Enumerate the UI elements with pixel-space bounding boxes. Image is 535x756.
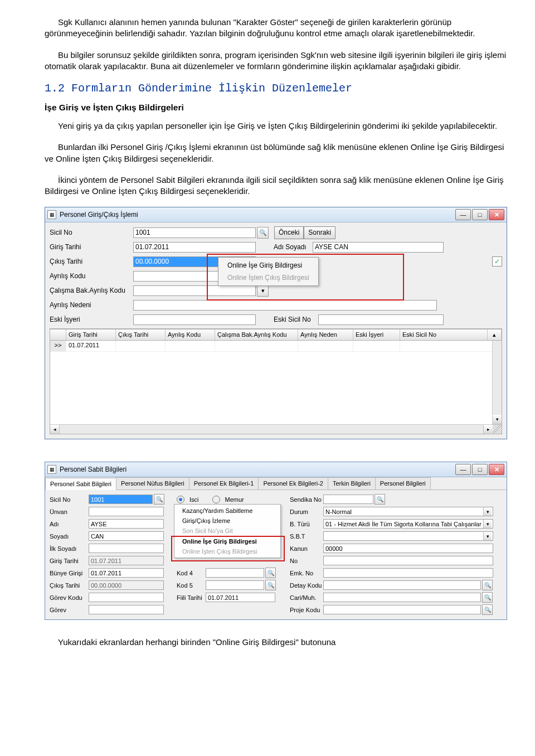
onceki-button[interactable]: Önceki bbox=[274, 226, 304, 239]
col-calisma-bak[interactable]: Çalışma Bak.Ayrılış Kodu bbox=[215, 329, 298, 340]
bunye-input[interactable] bbox=[89, 568, 164, 578]
col-cikis-tarihi[interactable]: Çıkış Tarihi bbox=[116, 329, 166, 340]
adi-soyadi-input[interactable] bbox=[313, 242, 444, 253]
proje-input[interactable] bbox=[323, 605, 481, 614]
bturu-combo[interactable]: 01 - Hizmet Akdi İle Tüm Sigorta Kolları… bbox=[323, 519, 493, 529]
label-calisma-bak: Çalışma Bak.Ayrılış Kodu bbox=[50, 287, 133, 294]
table-row[interactable]: >> 01.07.2011 bbox=[50, 341, 502, 352]
tab-ek2[interactable]: Personel Ek Bilgileri-2 bbox=[258, 477, 328, 490]
emk-input[interactable] bbox=[323, 568, 493, 578]
sendika-input[interactable] bbox=[323, 495, 373, 504]
label-sicil: Sicil No bbox=[50, 496, 89, 503]
label-sendika: Sendika No bbox=[290, 496, 323, 503]
sicil-input[interactable]: 1001 bbox=[89, 495, 153, 504]
gorev-input[interactable] bbox=[89, 605, 164, 614]
menu-online-ise-giris[interactable]: Online İşe Giriş Bildirgesi bbox=[174, 536, 280, 546]
col-ayrilis-neden[interactable]: Ayrılış Neden bbox=[298, 329, 353, 340]
col-giris-tarihi[interactable]: Giriş Tarihi bbox=[66, 329, 116, 340]
col-eski-sicil[interactable]: Eski Sicil No bbox=[400, 329, 488, 340]
ayrilis-nedeni-input[interactable] bbox=[133, 300, 437, 311]
lookup-button[interactable]: 🔍 bbox=[154, 494, 164, 505]
paragraph: Yukarıdaki ekranlardan herhangi birinden… bbox=[45, 637, 507, 648]
tab-personel[interactable]: Personel Bilgileri bbox=[375, 477, 431, 490]
label-gorev-kodu: Görev Kodu bbox=[50, 594, 89, 601]
label-bturu: B. Türü bbox=[290, 521, 323, 527]
col-ayrilis-kodu[interactable]: Ayrılış Kodu bbox=[166, 329, 215, 340]
kanun-input[interactable] bbox=[323, 544, 493, 553]
tab-terkin[interactable]: Terkin Bilgileri bbox=[328, 477, 376, 490]
soyadi-input[interactable] bbox=[89, 531, 164, 541]
checkbox[interactable]: ✓ bbox=[492, 256, 502, 266]
tab-sabit[interactable]: Personel Sabit Bilgileri bbox=[45, 478, 116, 490]
label-durum: Durum bbox=[290, 508, 323, 515]
paragraph: Bunlardan ilki Personel Giriş /Çıkış İşl… bbox=[45, 142, 507, 164]
label-kanun: Kanun bbox=[290, 545, 323, 552]
menu-son-sicil[interactable]: Son Sicil No'ya Git bbox=[174, 526, 280, 536]
lookup-button[interactable]: 🔍 bbox=[265, 580, 276, 590]
radio-memur[interactable] bbox=[212, 496, 220, 503]
minimize-button[interactable]: — bbox=[455, 464, 471, 475]
paragraph: Bu bilgiler sorunsuz şekilde girildikten… bbox=[45, 50, 507, 72]
kod4-input[interactable] bbox=[206, 568, 264, 578]
scroll-down-icon[interactable]: ▾ bbox=[493, 415, 502, 424]
radio-isci[interactable] bbox=[177, 496, 184, 503]
sbt-combo[interactable] bbox=[323, 531, 493, 541]
eski-sicil-input[interactable] bbox=[318, 314, 444, 325]
label-sicil-no: Sicil No bbox=[50, 229, 133, 236]
label-fiili: Fiili Tarihi bbox=[177, 594, 206, 601]
lookup-button[interactable]: 🔍 bbox=[265, 568, 276, 578]
label-adi-soyadi: Adı Soyadı bbox=[274, 243, 313, 251]
close-button[interactable]: ✕ bbox=[489, 209, 504, 220]
lookup-button[interactable]: 🔍 bbox=[482, 604, 493, 615]
gorev-kodu-input[interactable] bbox=[89, 593, 164, 602]
menu-giris-cikis-izleme[interactable]: Giriş/Çıkış İzleme bbox=[174, 516, 280, 526]
label-bunye: Bünye Girişi bbox=[50, 570, 89, 576]
no-input[interactable] bbox=[323, 556, 493, 565]
lookup-button[interactable]: 🔍 bbox=[374, 494, 385, 505]
kod5-input[interactable] bbox=[206, 580, 264, 590]
eski-isyeri-input[interactable] bbox=[133, 314, 256, 325]
label-proje: Proje Kodu bbox=[290, 607, 323, 613]
close-button[interactable]: ✕ bbox=[489, 464, 504, 475]
adi-input[interactable] bbox=[89, 519, 164, 529]
scroll-left-icon[interactable]: ◂ bbox=[50, 425, 60, 434]
menu-online-isten-cikis[interactable]: Online İşten Çıkış Bildirgesi bbox=[218, 272, 318, 284]
label-ilk-soyadi: İlk Soyadı bbox=[50, 545, 89, 552]
cari-input[interactable] bbox=[323, 593, 481, 602]
sonraki-button[interactable]: Sonraki bbox=[304, 226, 335, 239]
label-sbt: S.B.T bbox=[290, 533, 323, 540]
durum-combo[interactable]: N-Normal bbox=[323, 507, 493, 516]
lookup-button[interactable]: 🔍 bbox=[482, 592, 493, 603]
ilk-soyadi-input[interactable] bbox=[89, 544, 164, 553]
giris-tarihi-input[interactable] bbox=[133, 242, 256, 253]
menu-online-ise-giris[interactable]: Online İşe Giriş Bildirgesi bbox=[218, 259, 318, 272]
sicil-no-input[interactable] bbox=[133, 227, 256, 238]
vertical-scrollbar[interactable]: ▾ bbox=[492, 341, 502, 424]
label-unvan: Ünvan bbox=[50, 508, 89, 515]
label-emk: Emk. No bbox=[290, 570, 323, 576]
maximize-button[interactable]: □ bbox=[472, 464, 488, 475]
detay-input[interactable] bbox=[323, 580, 481, 590]
menu-kazanc[interactable]: Kazanç/Yardım Sabitleme bbox=[174, 506, 280, 516]
fiili-input[interactable] bbox=[206, 593, 275, 602]
lookup-button[interactable]: 🔍 bbox=[257, 227, 269, 239]
label-ayrilis-nedeni: Ayrılış Nedeni bbox=[50, 301, 133, 309]
tab-ek1[interactable]: Personel Ek Bilgileri-1 bbox=[189, 477, 259, 490]
unvan-input[interactable] bbox=[89, 507, 164, 516]
scroll-right-icon[interactable]: ▸ bbox=[483, 425, 493, 434]
label-no: No bbox=[290, 558, 323, 564]
tab-nufus[interactable]: Personel Nüfus Bilgileri bbox=[116, 477, 189, 490]
paragraph: Sgk Kullanıcı alanının hemen yanında bul… bbox=[45, 17, 507, 40]
size-grip[interactable] bbox=[493, 425, 502, 434]
cikis-input[interactable] bbox=[89, 580, 164, 590]
section-heading: 1.2 Formların Gönderimine İlişkin Düzenl… bbox=[45, 82, 507, 95]
giris-input[interactable] bbox=[89, 556, 164, 565]
label-soyadi: Soyadı bbox=[50, 533, 89, 540]
scroll-up-icon[interactable]: ▴ bbox=[488, 329, 502, 340]
maximize-button[interactable]: □ bbox=[472, 209, 488, 220]
horizontal-scrollbar[interactable]: ◂ ▸ bbox=[50, 424, 502, 434]
minimize-button[interactable]: — bbox=[455, 209, 471, 220]
menu-online-isten-cikis[interactable]: Online İşten Çıkış Bildirgesi bbox=[174, 546, 280, 556]
col-eski-isyeri[interactable]: Eski İşyeri bbox=[353, 329, 400, 340]
lookup-button[interactable]: 🔍 bbox=[482, 580, 493, 590]
